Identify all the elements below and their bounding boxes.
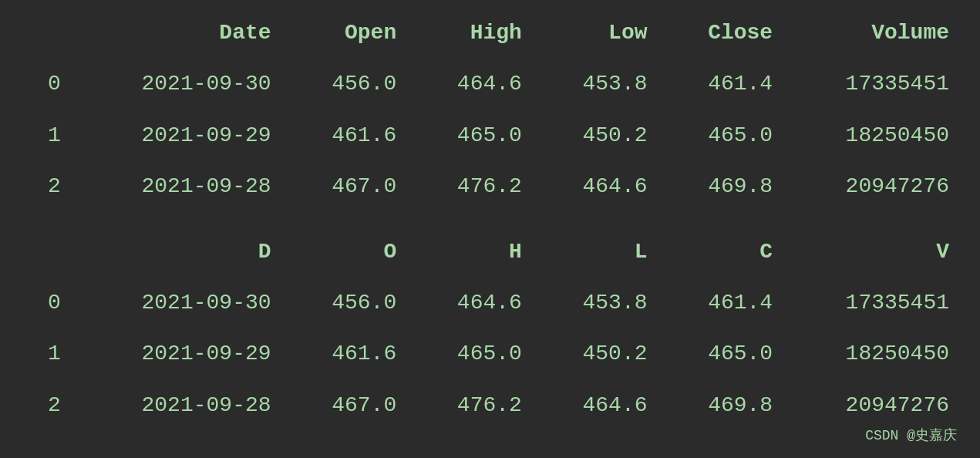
table1-row2-col4: 464.6 [537, 161, 663, 212]
table2-header-col-5: C [663, 227, 789, 278]
table1-header-col-6: Volume [788, 8, 965, 59]
table2-header-col-6: V [788, 227, 965, 278]
table-row: 22021-09-28467.0476.2464.6469.820947276 [15, 380, 965, 431]
table-row: 02021-09-30456.0464.6453.8461.417335451 [15, 278, 965, 328]
table1: DateOpenHighLowCloseVolume 02021-09-3045… [15, 8, 965, 213]
table2-header-col-2: O [287, 227, 413, 278]
table1-header-col-1: Date [76, 8, 287, 59]
table1-header-col-5: Close [663, 8, 789, 59]
table2-row1-col0: 1 [15, 328, 76, 379]
table1-row0-col4: 453.8 [537, 59, 663, 109]
table1-row1-col1: 2021-09-29 [76, 110, 287, 161]
table1-row1-col0: 1 [15, 110, 76, 161]
table1-row2-col0: 2 [15, 161, 76, 212]
table2-row0-col2: 456.0 [287, 278, 413, 328]
table1-row2-col6: 20947276 [788, 161, 965, 212]
table1-header-col-2: Open [287, 8, 413, 59]
table2-header-col-0 [15, 227, 76, 278]
table2-row2-col6: 20947276 [788, 380, 965, 431]
table1-row1-col4: 450.2 [537, 110, 663, 161]
table-row: 22021-09-28467.0476.2464.6469.820947276 [15, 161, 965, 212]
table-row: 02021-09-30456.0464.6453.8461.417335451 [15, 59, 965, 109]
table1-row0-col2: 456.0 [287, 59, 413, 109]
table2-row2-col1: 2021-09-28 [76, 380, 287, 431]
table1-row1-col6: 18250450 [788, 110, 965, 161]
table1-header-col-0 [15, 8, 76, 59]
table1-row0-col3: 464.6 [412, 59, 537, 109]
watermark-text: CSDN @史嘉庆 [865, 426, 957, 444]
table2-row0-col0: 0 [15, 278, 76, 328]
table2-row0-col4: 453.8 [537, 278, 663, 328]
table1-row0-col6: 17335451 [788, 59, 965, 109]
table-row: 12021-09-29461.6465.0450.2465.018250450 [15, 328, 965, 379]
table2-row2-col5: 469.8 [663, 380, 789, 431]
table1-wrapper: DateOpenHighLowCloseVolume 02021-09-3045… [15, 8, 965, 213]
table2-header-col-4: L [537, 227, 663, 278]
table1-row2-col2: 467.0 [287, 161, 413, 212]
table2-row2-col4: 464.6 [537, 380, 663, 431]
table2-row0-col5: 461.4 [663, 278, 789, 328]
table-row: 12021-09-29461.6465.0450.2465.018250450 [15, 110, 965, 161]
table2-row1-col1: 2021-09-29 [76, 328, 287, 379]
table1-row0-col0: 0 [15, 59, 76, 109]
table1-row1-col3: 465.0 [412, 110, 537, 161]
table1-row1-col2: 461.6 [287, 110, 413, 161]
table2-row1-col3: 465.0 [412, 328, 537, 379]
table2-row1-col2: 461.6 [287, 328, 413, 379]
table1-row2-col1: 2021-09-28 [76, 161, 287, 212]
table2-row2-col3: 476.2 [412, 380, 537, 431]
table1-row1-col5: 465.0 [663, 110, 789, 161]
table1-row2-col5: 469.8 [663, 161, 789, 212]
table2-row1-col5: 465.0 [663, 328, 789, 379]
table2-wrapper: DOHLCV 02021-09-30456.0464.6453.8461.417… [15, 227, 965, 432]
table2-header-col-1: D [76, 227, 287, 278]
table2-row2-col2: 467.0 [287, 380, 413, 431]
table2-row2-col0: 2 [15, 380, 76, 431]
table1-header-col-4: Low [537, 8, 663, 59]
table1-header-col-3: High [412, 8, 537, 59]
table2-row0-col6: 17335451 [788, 278, 965, 328]
table1-row0-col5: 461.4 [663, 59, 789, 109]
table1-row2-col3: 476.2 [412, 161, 537, 212]
table2-row1-col4: 450.2 [537, 328, 663, 379]
table2-row0-col1: 2021-09-30 [76, 278, 287, 328]
table2-header-col-3: H [412, 227, 537, 278]
table1-row0-col1: 2021-09-30 [76, 59, 287, 109]
table2: DOHLCV 02021-09-30456.0464.6453.8461.417… [15, 227, 965, 432]
table2-row0-col3: 464.6 [412, 278, 537, 328]
table2-row1-col6: 18250450 [788, 328, 965, 379]
